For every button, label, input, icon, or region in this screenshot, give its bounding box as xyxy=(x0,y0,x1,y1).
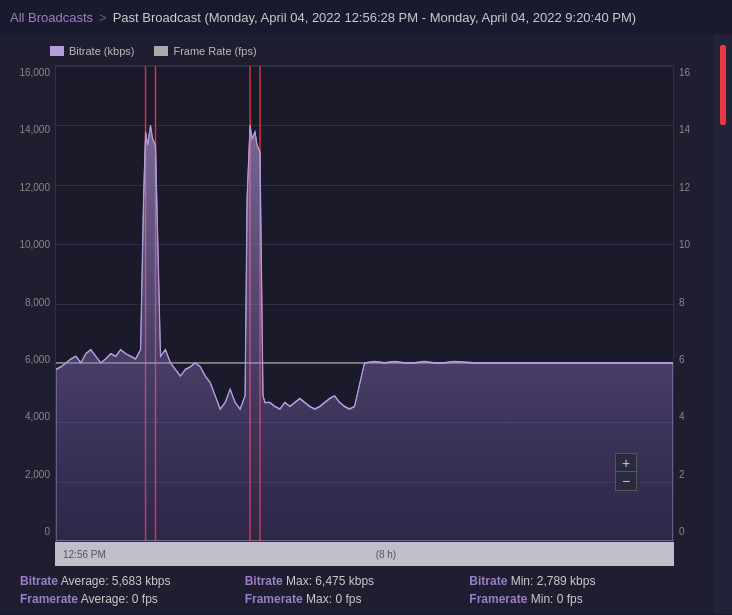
timeline-start: 12:56 PM xyxy=(63,549,106,560)
zoom-in-button[interactable]: + xyxy=(616,454,636,472)
stat-framerate-avg-value: Average: 0 fps xyxy=(81,592,158,606)
legend-bitrate: Bitrate (kbps) xyxy=(50,45,134,57)
breadcrumb-separator: > xyxy=(99,10,107,25)
zoom-controls[interactable]: + − xyxy=(615,453,637,491)
stat-framerate-avg: Framerate Average: 0 fps xyxy=(20,592,245,606)
chart-wrapper: 16,000 14,000 12,000 10,000 8,000 6,000 … xyxy=(10,65,704,542)
stat-bitrate-avg-value: Average: 5,683 kbps xyxy=(61,574,171,588)
stat-framerate-max: Framerate Max: 0 fps xyxy=(245,592,470,606)
chart-area: Bitrate (kbps) Frame Rate (fps) 16,000 1… xyxy=(0,35,714,614)
stat-bitrate-max-label: Bitrate xyxy=(245,574,283,588)
stat-bitrate-min-value: Min: 2,789 kbps xyxy=(511,574,596,588)
chart-svg xyxy=(56,66,673,541)
bitrate-legend-color xyxy=(50,46,64,56)
stat-framerate-max-value: Max: 0 fps xyxy=(306,592,361,606)
stat-bitrate-avg-label: Bitrate xyxy=(20,574,58,588)
stats-row-2: Framerate Average: 0 fps Framerate Max: … xyxy=(20,592,694,606)
stat-bitrate-min-label: Bitrate xyxy=(469,574,507,588)
right-panel xyxy=(714,35,732,614)
stat-framerate-max-label: Framerate xyxy=(245,592,303,606)
breadcrumb-current: Past Broadcast (Monday, April 04, 2022 1… xyxy=(113,10,636,25)
all-broadcasts-link[interactable]: All Broadcasts xyxy=(10,10,93,25)
stat-framerate-min-value: Min: 0 fps xyxy=(531,592,583,606)
framerate-legend-label: Frame Rate (fps) xyxy=(173,45,256,57)
chart-plot: + − xyxy=(55,65,674,542)
stat-bitrate-avg: Bitrate Average: 5,683 kbps xyxy=(20,574,245,588)
breadcrumb: All Broadcasts > Past Broadcast (Monday,… xyxy=(0,0,732,35)
chart-legend: Bitrate (kbps) Frame Rate (fps) xyxy=(10,45,704,57)
stat-bitrate-max: Bitrate Max: 6,475 kbps xyxy=(245,574,470,588)
y-axis-left: 16,000 14,000 12,000 10,000 8,000 6,000 … xyxy=(10,65,55,542)
zoom-out-button[interactable]: − xyxy=(616,472,636,490)
stat-bitrate-min: Bitrate Min: 2,789 kbps xyxy=(469,574,694,588)
right-bar-indicator xyxy=(720,45,726,125)
timeline-mid: (8 h) xyxy=(376,549,397,560)
y-axis-right: 16 14 12 10 8 6 4 2 0 xyxy=(674,65,704,542)
timeline-bar: 12:56 PM (8 h) xyxy=(55,542,674,566)
stat-framerate-min: Framerate Min: 0 fps xyxy=(469,592,694,606)
bitrate-legend-label: Bitrate (kbps) xyxy=(69,45,134,57)
stats-area: Bitrate Average: 5,683 kbps Bitrate Max:… xyxy=(10,566,704,614)
stats-row-1: Bitrate Average: 5,683 kbps Bitrate Max:… xyxy=(20,574,694,588)
framerate-legend-color xyxy=(154,46,168,56)
stat-framerate-avg-label: Framerate xyxy=(20,592,78,606)
stat-framerate-min-label: Framerate xyxy=(469,592,527,606)
stat-bitrate-max-value: Max: 6,475 kbps xyxy=(286,574,374,588)
legend-framerate: Frame Rate (fps) xyxy=(154,45,256,57)
main-container: Bitrate (kbps) Frame Rate (fps) 16,000 1… xyxy=(0,35,732,614)
